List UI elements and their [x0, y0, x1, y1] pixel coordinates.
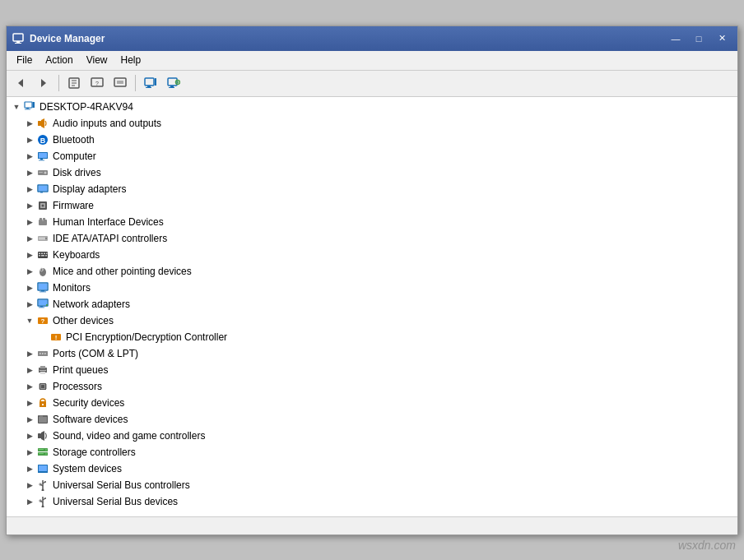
processors-expander[interactable]: ▶: [23, 380, 36, 393]
ports-expander[interactable]: ▶: [23, 347, 36, 360]
menu-action[interactable]: Action: [39, 53, 79, 67]
print-expander[interactable]: ▶: [23, 363, 36, 377]
update-driver-button[interactable]: ?: [86, 73, 108, 93]
svg-marker-4: [41, 79, 46, 87]
svg-rect-14: [147, 86, 151, 87]
svg-text:?: ?: [41, 317, 45, 325]
tree-item-keyboard[interactable]: ▶ Keyboards: [7, 247, 737, 263]
computer-label: Computer: [53, 150, 96, 162]
display-icon: [36, 183, 49, 196]
svg-rect-93: [39, 417, 47, 423]
svg-rect-52: [44, 252, 45, 254]
disable-button[interactable]: [109, 73, 131, 93]
tree-item-security[interactable]: ▶ Security devices: [7, 395, 737, 411]
tree-root[interactable]: ▼ DESKTOP-4RAKV94: [7, 99, 737, 115]
other-expander[interactable]: ▼: [23, 314, 36, 327]
bluetooth-expander[interactable]: ▶: [23, 133, 36, 146]
tree-item-ide[interactable]: ▶ IDE ATA/ATAPI controllers: [7, 230, 737, 247]
svg-rect-76: [44, 353, 46, 354]
svg-point-115: [44, 498, 46, 499]
tree-item-display[interactable]: ▶ Display adapters: [7, 181, 737, 197]
system-expander[interactable]: ▶: [23, 462, 36, 475]
tree-item-computer[interactable]: ▶ Computer: [7, 148, 737, 164]
firmware-expander[interactable]: ▶: [23, 199, 36, 212]
tree-item-audio[interactable]: ▶ Audio inputs and outputs: [7, 115, 737, 132]
back-button[interactable]: [10, 73, 31, 93]
svg-point-34: [44, 171, 47, 174]
tree-item-firmware[interactable]: ▶ Firmware: [7, 197, 737, 214]
display-expander[interactable]: ▶: [23, 183, 36, 196]
svg-rect-83: [41, 385, 44, 388]
computer-expander[interactable]: ▶: [23, 150, 36, 163]
software-label: Software devices: [53, 414, 128, 425]
svg-point-48: [45, 238, 47, 239]
usb-ctrl-label: Universal Serial Bus controllers: [53, 479, 190, 491]
hid-label: Human Interface Devices: [53, 216, 164, 228]
menu-help[interactable]: Help: [114, 53, 148, 67]
disk-expander[interactable]: ▶: [23, 166, 36, 179]
svg-rect-65: [39, 300, 47, 305]
security-expander[interactable]: ▶: [23, 396, 36, 410]
svg-rect-1: [16, 41, 20, 43]
menu-file[interactable]: File: [10, 53, 39, 67]
pci-icon: !: [49, 331, 63, 344]
usb-ctrl-expander[interactable]: ▶: [23, 479, 36, 492]
tree-item-sound[interactable]: ▶ Sound, video and game controllers: [7, 428, 737, 444]
tree-item-network[interactable]: ▶ Network adapters: [7, 296, 737, 312]
svg-point-112: [42, 488, 44, 491]
scan-button[interactable]: [140, 73, 161, 93]
close-button[interactable]: ✕: [711, 30, 732, 47]
hid-expander[interactable]: ▶: [23, 215, 36, 229]
tree-item-disk[interactable]: ▶ Disk drives: [7, 164, 737, 181]
svg-rect-105: [39, 465, 47, 471]
network-expander[interactable]: ▶: [23, 298, 36, 311]
device-tree[interactable]: ▼ DESKTOP-4RAKV94 ▶ Audio: [7, 97, 737, 516]
mice-expander[interactable]: ▶: [23, 265, 36, 278]
storage-expander[interactable]: ▶: [23, 446, 36, 459]
tree-item-usb-dev[interactable]: ▶ Universal Serial Bus devices: [7, 493, 737, 510]
software-expander[interactable]: ▶: [23, 413, 36, 426]
tree-item-system[interactable]: ▶ System devices: [7, 460, 737, 477]
tree-item-processors[interactable]: ▶ Processors: [7, 378, 737, 395]
title-bar: Device Manager — □ ✕: [7, 26, 737, 51]
svg-point-100: [45, 449, 47, 451]
tree-item-usb-ctrl[interactable]: ▶ Universal Serial Bus controllers: [7, 477, 737, 493]
forward-button[interactable]: [33, 73, 54, 93]
minimize-button[interactable]: —: [665, 30, 686, 47]
tree-item-print[interactable]: ▶ Print queues: [7, 362, 737, 378]
svg-rect-55: [41, 255, 44, 257]
svg-rect-106: [40, 472, 45, 473]
tree-item-ports[interactable]: ▶ Ports (COM & LPT): [7, 345, 737, 362]
menu-view[interactable]: View: [80, 53, 114, 67]
software-icon: [36, 413, 49, 426]
svg-rect-66: [40, 306, 43, 308]
tree-item-bluetooth[interactable]: ▶ B Bluetooth: [7, 132, 737, 148]
properties-button[interactable]: [63, 73, 85, 93]
tree-item-storage[interactable]: ▶ Storage controllers: [7, 444, 737, 460]
other-icon: ?: [36, 314, 49, 327]
usb-dev-expander[interactable]: ▶: [23, 495, 36, 508]
show-hidden-button[interactable]: [163, 73, 184, 93]
tree-item-monitors[interactable]: ▶ Monitors: [7, 280, 737, 296]
root-expander[interactable]: ▼: [10, 100, 23, 113]
system-label: System devices: [53, 463, 122, 474]
monitors-expander[interactable]: ▶: [23, 281, 36, 294]
tree-item-software[interactable]: ▶ Software devices: [7, 411, 737, 428]
app-icon: [12, 32, 25, 45]
bluetooth-label: Bluetooth: [53, 134, 95, 146]
tree-item-mice[interactable]: ▶ Mice and other pointing devices: [7, 263, 737, 280]
tree-item-hid[interactable]: ▶ Human Interface Devices: [7, 214, 737, 230]
audio-label: Audio inputs and outputs: [53, 118, 161, 129]
bluetooth-icon: B: [36, 133, 49, 146]
tree-item-pci[interactable]: ▶ ! PCI Encryption/Decryption Controller: [7, 329, 737, 345]
audio-expander[interactable]: ▶: [23, 117, 36, 130]
tree-item-other[interactable]: ▼ ? Other devices: [7, 312, 737, 329]
ide-icon: [36, 232, 49, 245]
sound-expander[interactable]: ▶: [23, 429, 36, 442]
device-manager-window: Device Manager — □ ✕ File Action View He…: [6, 25, 738, 535]
title-bar-left: Device Manager: [12, 32, 105, 45]
ide-expander[interactable]: ▶: [23, 232, 36, 245]
maximize-button[interactable]: □: [688, 30, 709, 47]
status-bar: [7, 516, 737, 535]
keyboard-expander[interactable]: ▶: [23, 248, 36, 261]
